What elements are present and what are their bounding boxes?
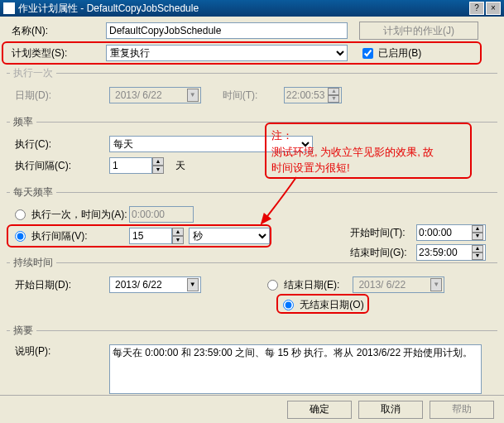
freq-interval-unit: 天 xyxy=(175,159,185,173)
cancel-button[interactable]: 取消 xyxy=(358,401,423,419)
name-label: 名称(N): xyxy=(7,24,106,38)
spin-down-icon[interactable]: ▼ xyxy=(152,166,164,174)
summary-legend: 摘要 xyxy=(10,324,36,338)
titlebar: 作业计划属性 - DefaultCopyJobSchedule ? × xyxy=(0,0,504,17)
spin-down-icon[interactable]: ▼ xyxy=(172,236,184,244)
once-time-label: 时间(T): xyxy=(218,89,284,103)
enabled-checkbox[interactable] xyxy=(362,48,373,59)
end-date-radio-label[interactable]: 结束日期(E): xyxy=(267,279,340,291)
end-date-input: 2013/ 6/22▼ xyxy=(353,276,444,293)
daily-interval-input[interactable] xyxy=(129,228,172,244)
dialog-content: 名称(N): 计划中的作业(J) 计划类型(S): 重复执行 已启用(B) 执行… xyxy=(0,17,504,423)
freq-interval-spinner[interactable]: ▲▼ xyxy=(109,157,164,174)
close-window-btn[interactable]: × xyxy=(486,2,501,15)
app-icon xyxy=(3,2,15,14)
start-date-label: 开始日期(D): xyxy=(10,278,109,292)
name-input[interactable] xyxy=(106,22,348,39)
frequency-legend: 频率 xyxy=(10,115,36,129)
daily-interval-unit-select[interactable]: 秒 xyxy=(189,228,270,244)
dialog-footer: 确定 取消 帮助 xyxy=(0,395,504,423)
ok-button[interactable]: 确定 xyxy=(287,401,352,419)
daily-interval-spinner[interactable]: ▲▼ xyxy=(129,228,184,244)
spin-up-icon[interactable]: ▲ xyxy=(172,228,184,236)
no-end-date-radio-label[interactable]: 无结束日期(O) xyxy=(283,299,364,310)
execute-once-fieldset: 执行一次 日期(D): 2013/ 6/22▼ 时间(T): 22:00:53▲… xyxy=(7,66,497,110)
end-date-radio[interactable] xyxy=(267,280,278,291)
daily-interval-radio-label[interactable]: 执行间隔(V): xyxy=(10,229,129,243)
duration-fieldset: 持续时间 开始日期(D): 2013/ 6/22▼ 结束日期(E): 2013/… xyxy=(7,256,497,319)
daily-start-label: 开始时间(T): xyxy=(350,226,416,240)
execute-once-legend: 执行一次 xyxy=(10,66,56,80)
enabled-checkbox-label[interactable]: 已启用(B) xyxy=(362,46,421,60)
daily-interval-radio[interactable] xyxy=(15,231,26,242)
start-date-input[interactable]: 2013/ 6/22▼ xyxy=(109,276,201,293)
frequency-fieldset: 频率 执行(C): 每天 执行间隔(C): ▲▼ 天 xyxy=(7,115,497,180)
daily-frequency-legend: 每天频率 xyxy=(10,185,56,199)
help-button: 帮助 xyxy=(430,401,494,419)
freq-interval-input[interactable] xyxy=(109,157,152,174)
summary-label: 说明(P): xyxy=(10,344,109,358)
once-date-label: 日期(D): xyxy=(10,89,109,103)
summary-fieldset: 摘要 说明(P): 每天在 0:00:00 和 23:59:00 之间、每 15… xyxy=(7,324,497,401)
duration-legend: 持续时间 xyxy=(10,256,56,270)
once-time-input: 22:00:53▲▼ xyxy=(284,87,343,103)
daily-once-time: 0:00:00 xyxy=(129,206,194,223)
once-date-input: 2013/ 6/22▼ xyxy=(109,87,201,103)
window-title: 作业计划属性 - DefaultCopyJobSchedule xyxy=(18,0,468,17)
spin-up-icon[interactable]: ▲ xyxy=(152,157,164,166)
help-window-btn[interactable]: ? xyxy=(469,2,484,15)
schedule-type-label: 计划类型(S): xyxy=(7,46,106,60)
schedule-type-select[interactable]: 重复执行 xyxy=(106,45,348,61)
summary-textarea: 每天在 0:00:00 和 23:59:00 之间、每 15 秒 执行。将从 2… xyxy=(109,344,482,394)
freq-interval-label: 执行间隔(C): xyxy=(10,159,109,173)
daily-once-radio[interactable] xyxy=(15,209,26,220)
daily-frequency-fieldset: 每天频率 执行一次，时间为(A): 0:00:00 执行间隔(V): ▲▼ 秒 xyxy=(7,185,497,251)
no-end-date-radio[interactable] xyxy=(283,300,294,310)
freq-exec-label: 执行(C): xyxy=(10,137,109,151)
daily-start-time[interactable]: 0:00:00▲▼ xyxy=(416,224,486,241)
freq-exec-select[interactable]: 每天 xyxy=(109,136,313,152)
jobs-in-schedule-button: 计划中的作业(J) xyxy=(359,22,478,40)
daily-once-radio-label[interactable]: 执行一次，时间为(A): xyxy=(10,208,129,222)
